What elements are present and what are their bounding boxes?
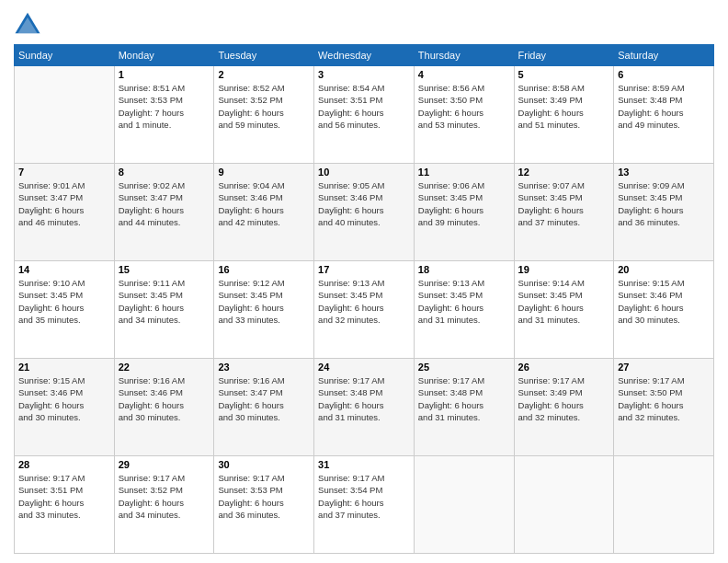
day-info: Sunrise: 9:15 AM Sunset: 3:46 PM Dayligh…	[18, 374, 110, 423]
calendar-cell: 14Sunrise: 9:10 AM Sunset: 3:45 PM Dayli…	[15, 261, 115, 359]
calendar-cell: 21Sunrise: 9:15 AM Sunset: 3:46 PM Dayli…	[15, 359, 115, 456]
day-number: 22	[119, 362, 210, 373]
day-info: Sunrise: 9:07 AM Sunset: 3:45 PM Dayligh…	[518, 179, 610, 228]
day-number: 11	[418, 167, 510, 178]
day-info: Sunrise: 9:13 AM Sunset: 3:45 PM Dayligh…	[318, 277, 410, 326]
day-info: Sunrise: 8:56 AM Sunset: 3:50 PM Dayligh…	[418, 82, 510, 131]
calendar-cell: 24Sunrise: 9:17 AM Sunset: 3:48 PM Dayli…	[314, 359, 415, 456]
day-number: 23	[218, 362, 310, 373]
day-number: 19	[518, 264, 610, 275]
calendar-cell: 25Sunrise: 9:17 AM Sunset: 3:48 PM Dayli…	[414, 359, 514, 456]
day-number: 25	[418, 362, 510, 373]
day-info: Sunrise: 9:15 AM Sunset: 3:46 PM Dayligh…	[618, 277, 710, 326]
calendar-table: SundayMondayTuesdayWednesdayThursdayFrid…	[14, 44, 714, 554]
weekday-header-saturday: Saturday	[614, 45, 714, 66]
calendar-cell: 16Sunrise: 9:12 AM Sunset: 3:45 PM Dayli…	[214, 261, 314, 359]
day-info: Sunrise: 9:17 AM Sunset: 3:49 PM Dayligh…	[518, 374, 610, 423]
weekday-header-friday: Friday	[514, 45, 614, 66]
day-number: 18	[418, 264, 510, 275]
day-number: 24	[318, 362, 410, 373]
day-info: Sunrise: 9:17 AM Sunset: 3:54 PM Dayligh…	[318, 472, 410, 521]
calendar-cell: 10Sunrise: 9:05 AM Sunset: 3:46 PM Dayli…	[314, 164, 415, 261]
day-info: Sunrise: 9:01 AM Sunset: 3:47 PM Dayligh…	[18, 179, 110, 228]
day-info: Sunrise: 9:09 AM Sunset: 3:45 PM Dayligh…	[618, 179, 710, 228]
day-info: Sunrise: 9:02 AM Sunset: 3:47 PM Dayligh…	[119, 179, 210, 228]
calendar-cell: 20Sunrise: 9:15 AM Sunset: 3:46 PM Dayli…	[614, 261, 714, 359]
weekday-header-tuesday: Tuesday	[214, 45, 314, 66]
day-info: Sunrise: 9:06 AM Sunset: 3:45 PM Dayligh…	[418, 179, 510, 228]
calendar-cell: 1Sunrise: 8:51 AM Sunset: 3:53 PM Daylig…	[114, 66, 214, 164]
day-number: 29	[119, 459, 210, 470]
calendar-cell: 2Sunrise: 8:52 AM Sunset: 3:52 PM Daylig…	[214, 66, 314, 164]
calendar-week-row: 14Sunrise: 9:10 AM Sunset: 3:45 PM Dayli…	[15, 261, 714, 359]
calendar-cell: 9Sunrise: 9:04 AM Sunset: 3:46 PM Daylig…	[214, 164, 314, 261]
day-number: 7	[18, 167, 110, 178]
day-info: Sunrise: 8:58 AM Sunset: 3:49 PM Dayligh…	[518, 82, 610, 131]
day-number: 3	[318, 69, 410, 80]
calendar-cell: 31Sunrise: 9:17 AM Sunset: 3:54 PM Dayli…	[314, 456, 415, 554]
day-number: 4	[418, 69, 510, 80]
header	[14, 9, 714, 37]
day-number: 6	[618, 69, 710, 80]
day-number: 27	[618, 362, 710, 373]
calendar-cell: 8Sunrise: 9:02 AM Sunset: 3:47 PM Daylig…	[114, 164, 214, 261]
weekday-header-thursday: Thursday	[414, 45, 514, 66]
day-info: Sunrise: 9:10 AM Sunset: 3:45 PM Dayligh…	[18, 277, 110, 326]
calendar-cell: 4Sunrise: 8:56 AM Sunset: 3:50 PM Daylig…	[414, 66, 514, 164]
calendar-cell	[614, 456, 714, 554]
day-info: Sunrise: 9:17 AM Sunset: 3:50 PM Dayligh…	[618, 374, 710, 423]
day-info: Sunrise: 9:17 AM Sunset: 3:48 PM Dayligh…	[418, 374, 510, 423]
day-number: 1	[119, 69, 210, 80]
calendar-cell	[15, 66, 115, 164]
day-info: Sunrise: 9:17 AM Sunset: 3:51 PM Dayligh…	[18, 472, 110, 521]
calendar-cell: 27Sunrise: 9:17 AM Sunset: 3:50 PM Dayli…	[614, 359, 714, 456]
day-number: 12	[518, 167, 610, 178]
page: SundayMondayTuesdayWednesdayThursdayFrid…	[0, 0, 728, 563]
day-info: Sunrise: 9:16 AM Sunset: 3:47 PM Dayligh…	[218, 374, 310, 423]
day-info: Sunrise: 9:16 AM Sunset: 3:46 PM Dayligh…	[119, 374, 210, 423]
day-info: Sunrise: 9:17 AM Sunset: 3:53 PM Dayligh…	[218, 472, 310, 521]
day-number: 17	[318, 264, 410, 275]
calendar-cell: 6Sunrise: 8:59 AM Sunset: 3:48 PM Daylig…	[614, 66, 714, 164]
day-number: 8	[119, 167, 210, 178]
day-info: Sunrise: 9:17 AM Sunset: 3:52 PM Dayligh…	[119, 472, 210, 521]
day-info: Sunrise: 8:54 AM Sunset: 3:51 PM Dayligh…	[318, 82, 410, 131]
day-number: 10	[318, 167, 410, 178]
calendar-cell: 23Sunrise: 9:16 AM Sunset: 3:47 PM Dayli…	[214, 359, 314, 456]
day-info: Sunrise: 9:12 AM Sunset: 3:45 PM Dayligh…	[218, 277, 310, 326]
calendar-cell: 18Sunrise: 9:13 AM Sunset: 3:45 PM Dayli…	[414, 261, 514, 359]
calendar-cell: 11Sunrise: 9:06 AM Sunset: 3:45 PM Dayli…	[414, 164, 514, 261]
calendar-cell: 26Sunrise: 9:17 AM Sunset: 3:49 PM Dayli…	[514, 359, 614, 456]
calendar-cell: 15Sunrise: 9:11 AM Sunset: 3:45 PM Dayli…	[114, 261, 214, 359]
calendar-cell	[414, 456, 514, 554]
calendar-cell: 28Sunrise: 9:17 AM Sunset: 3:51 PM Dayli…	[15, 456, 115, 554]
day-info: Sunrise: 9:17 AM Sunset: 3:48 PM Dayligh…	[318, 374, 410, 423]
day-info: Sunrise: 9:13 AM Sunset: 3:45 PM Dayligh…	[418, 277, 510, 326]
day-number: 30	[218, 459, 310, 470]
calendar-cell	[514, 456, 614, 554]
day-info: Sunrise: 8:51 AM Sunset: 3:53 PM Dayligh…	[119, 82, 210, 131]
day-info: Sunrise: 8:52 AM Sunset: 3:52 PM Dayligh…	[218, 82, 310, 131]
weekday-header-wednesday: Wednesday	[314, 45, 415, 66]
calendar-cell: 22Sunrise: 9:16 AM Sunset: 3:46 PM Dayli…	[114, 359, 214, 456]
calendar-cell: 13Sunrise: 9:09 AM Sunset: 3:45 PM Dayli…	[614, 164, 714, 261]
day-number: 31	[318, 459, 410, 470]
day-info: Sunrise: 9:14 AM Sunset: 3:45 PM Dayligh…	[518, 277, 610, 326]
day-info: Sunrise: 8:59 AM Sunset: 3:48 PM Dayligh…	[618, 82, 710, 131]
calendar-cell: 17Sunrise: 9:13 AM Sunset: 3:45 PM Dayli…	[314, 261, 415, 359]
calendar-cell: 7Sunrise: 9:01 AM Sunset: 3:47 PM Daylig…	[15, 164, 115, 261]
day-number: 13	[618, 167, 710, 178]
weekday-header-monday: Monday	[114, 45, 214, 66]
day-number: 26	[518, 362, 610, 373]
logo-icon	[14, 9, 41, 37]
day-number: 9	[218, 167, 310, 178]
calendar-week-row: 7Sunrise: 9:01 AM Sunset: 3:47 PM Daylig…	[15, 164, 714, 261]
weekday-header-row: SundayMondayTuesdayWednesdayThursdayFrid…	[15, 45, 714, 66]
day-number: 14	[18, 264, 110, 275]
day-number: 28	[18, 459, 110, 470]
calendar-week-row: 1Sunrise: 8:51 AM Sunset: 3:53 PM Daylig…	[15, 66, 714, 164]
calendar-week-row: 28Sunrise: 9:17 AM Sunset: 3:51 PM Dayli…	[15, 456, 714, 554]
calendar-cell: 29Sunrise: 9:17 AM Sunset: 3:52 PM Dayli…	[114, 456, 214, 554]
calendar-cell: 30Sunrise: 9:17 AM Sunset: 3:53 PM Dayli…	[214, 456, 314, 554]
day-number: 5	[518, 69, 610, 80]
